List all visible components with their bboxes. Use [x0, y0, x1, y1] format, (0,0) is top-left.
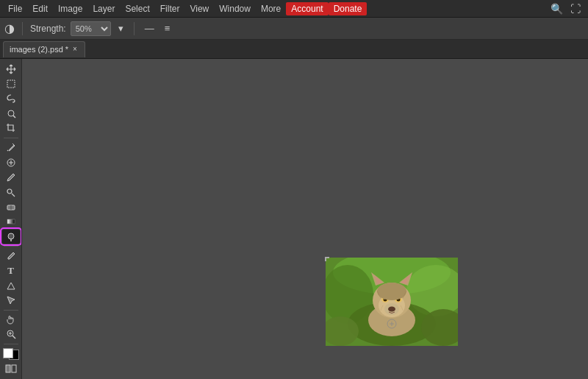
tab-label: images (2).psd * — [10, 45, 68, 54]
menu-view[interactable]: View — [184, 2, 214, 15]
tool-eraser[interactable] — [2, 200, 20, 214]
brush-preset-btn[interactable]: ▾ — [115, 21, 126, 35]
tool-sep-4 — [4, 344, 18, 344]
tool-eyedropper[interactable] — [2, 141, 20, 155]
active-tool-icon: ◑ — [4, 21, 15, 35]
menu-more[interactable]: More — [256, 2, 286, 15]
transform-handle[interactable] — [325, 257, 329, 261]
menu-select[interactable]: Select — [120, 2, 154, 15]
menu-filter[interactable]: Filter — [155, 2, 185, 15]
fullscreen-icon[interactable]: ⛶ — [569, 3, 582, 15]
svg-point-1 — [8, 110, 14, 116]
menu-edit[interactable]: Edit — [27, 2, 53, 15]
tool-heal[interactable] — [2, 155, 20, 169]
tool-sep-1 — [4, 138, 18, 138]
menu-image[interactable]: Image — [53, 2, 87, 15]
mode-btn-2[interactable]: ≡ — [162, 21, 173, 35]
tool-stamp[interactable] — [2, 185, 20, 199]
tool-dodge[interactable] — [2, 230, 20, 244]
strength-select[interactable]: 50% 10% 20% 30% 40% 60% 70% 80% 90% 100% — [71, 21, 111, 36]
mode-btn-1[interactable]: — — [142, 21, 157, 35]
tool-crop[interactable] — [2, 121, 20, 135]
svg-rect-7 — [7, 219, 15, 224]
tool-shape[interactable] — [2, 278, 20, 292]
svg-point-38 — [377, 283, 406, 300]
document-tab[interactable]: images (2).psd * × — [3, 41, 85, 57]
tool-brush[interactable] — [2, 170, 20, 184]
menu-account[interactable]: Account — [286, 2, 328, 15]
tool-zoom[interactable] — [2, 327, 20, 341]
tool-lasso[interactable] — [2, 91, 20, 105]
toolbox: T — [0, 59, 22, 379]
tool-gradient[interactable] — [2, 215, 20, 229]
toolbar: ◑ Strength: 50% 10% 20% 30% 40% 60% 70% … — [0, 18, 588, 40]
strength-label: Strength: — [30, 24, 66, 34]
tool-pen[interactable] — [2, 249, 20, 263]
tab-close-btn[interactable]: × — [73, 46, 77, 53]
canvas-area[interactable] — [22, 59, 588, 379]
canvas-image — [326, 258, 458, 346]
wolf-image — [326, 258, 458, 346]
svg-rect-0 — [7, 80, 15, 88]
menu-bar: File Edit Image Layer Select Filter View… — [0, 0, 588, 18]
menu-window[interactable]: Window — [214, 2, 256, 15]
tool-sep-2 — [4, 246, 18, 247]
toolbar-separator-1 — [22, 22, 23, 35]
svg-line-11 — [12, 336, 15, 339]
tool-move[interactable] — [2, 62, 20, 76]
tab-bar: images (2).psd * × — [0, 40, 588, 59]
svg-point-8 — [8, 233, 14, 239]
toolbar-separator-2 — [134, 22, 135, 35]
main-content: T — [0, 59, 588, 379]
tool-quick-select[interactable] — [2, 107, 20, 121]
menu-donate[interactable]: Donate — [329, 2, 368, 15]
foreground-color-swatch[interactable] — [3, 348, 13, 358]
color-swatch[interactable] — [3, 348, 19, 360]
search-icon[interactable]: 🔍 — [549, 3, 564, 15]
tool-hand[interactable] — [2, 313, 20, 327]
tool-text[interactable]: T — [2, 263, 20, 277]
svg-rect-15 — [12, 365, 16, 372]
tool-marquee[interactable] — [2, 77, 20, 91]
svg-line-3 — [7, 150, 8, 151]
tool-direct-select[interactable] — [2, 294, 20, 308]
svg-line-2 — [13, 116, 15, 118]
tool-quick-mask[interactable] — [2, 362, 20, 376]
menu-file[interactable]: File — [3, 2, 27, 15]
menu-layer[interactable]: Layer — [87, 2, 120, 15]
tool-sep-3 — [4, 310, 18, 311]
svg-point-37 — [388, 307, 395, 312]
svg-rect-14 — [6, 365, 10, 372]
